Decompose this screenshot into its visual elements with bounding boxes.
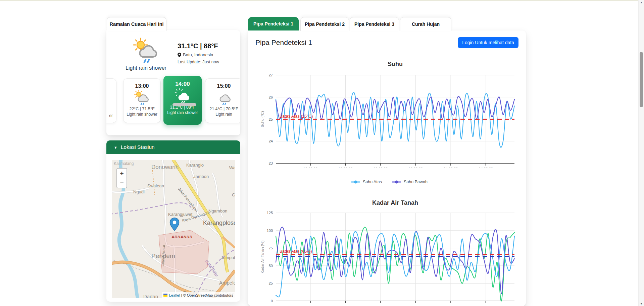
y-tick-label: 125	[267, 211, 273, 215]
x-tick-label: 13:00:00	[374, 167, 388, 168]
map-place-label: Watua	[229, 165, 235, 170]
y-tick-label: 50	[269, 264, 273, 268]
hour-time: 13:00	[123, 83, 160, 89]
scrollbar-thumb[interactable]	[640, 52, 643, 107]
station-panel-title: Lokasi Stasiun	[121, 144, 155, 150]
suhu-chart: 2324252627Batas Atas (25°C)12:00:0012:30…	[255, 56, 524, 168]
page-top-divider	[0, 0, 644, 1]
chevron-down-icon: ▼	[114, 145, 117, 149]
tab-curah-hujan[interactable]: Curah Hujan	[400, 17, 451, 31]
attribution-separator: | ©	[181, 293, 186, 297]
zoom-out-button[interactable]: −	[117, 178, 127, 188]
map-attribution: Leaflet | © OpenStreetMap contributors	[162, 292, 235, 298]
map-place-label: ARHANUD	[171, 235, 193, 239]
map-place-label: Swalean	[147, 183, 164, 188]
x-tick-label: 14:00:00	[444, 167, 458, 168]
hourly-forecast-carousel[interactable]: er 13:00	[106, 76, 240, 126]
map-place-label: Ger	[232, 192, 235, 197]
y-axis-title: Suhu (°C)	[260, 111, 264, 127]
location-pin-icon	[178, 53, 181, 57]
map-place-label: Jambon	[193, 174, 209, 179]
map-place-label: Donowarih	[151, 164, 179, 171]
map-marker[interactable]	[169, 218, 180, 231]
hour-card-partial[interactable]: er	[106, 78, 116, 123]
hour-condition: Light rain shower	[163, 110, 202, 115]
map-place-label: Karangploso	[203, 220, 235, 227]
station-panel: ▼ Lokasi Stasiun	[106, 140, 240, 302]
map-place-label: Kalimalang	[114, 161, 134, 166]
hour-temp: 22°C | 71.5°F	[123, 107, 160, 111]
map-place-label: Ampeldent	[219, 280, 235, 286]
scroll-up-arrow[interactable]: ▲	[639, 0, 644, 5]
legend-item[interactable]: Suhu Atas	[351, 180, 382, 184]
hour-card-15[interactable]: 15:00 21.4°C | 70.5°F Light rain	[205, 78, 240, 123]
map-place-label: Jumput	[221, 255, 235, 260]
ukraine-flag-icon	[163, 294, 167, 297]
kadar-air-chart: 0255075100125Batas Atas (66%)Kadar Air T…	[255, 195, 524, 306]
dashboard-page: Ramalan Cuaca Hari Ini	[0, 0, 644, 306]
tab-pipa-pendeteksi-2[interactable]: Pipa Pendeteksi 2	[300, 17, 349, 31]
rain-cloud-icon	[205, 90, 240, 106]
hour-condition: Light rain shower	[123, 112, 160, 117]
weather-card: Light rain shower 31.1°C | 88°F Batu, In…	[106, 30, 240, 135]
current-weather: Light rain shower 31.1°C | 88°F Batu, In…	[106, 34, 240, 76]
y-tick-label: 25	[269, 281, 273, 285]
chart-line	[276, 227, 514, 294]
login-button[interactable]: Login Untuk melihat data	[458, 37, 518, 48]
hour-card-13[interactable]: 13:00 22°C | 7	[123, 78, 161, 123]
y-tick-label: 0	[271, 299, 273, 303]
map-place-label: Karanglo	[186, 163, 204, 168]
map-place-label: Dadap	[143, 294, 158, 298]
carousel-scrollbar[interactable]	[172, 103, 196, 106]
map-place-label: Karangjuwet	[168, 212, 192, 217]
scroll-down-arrow[interactable]: ▼	[639, 301, 644, 306]
leaflet-map[interactable]: KalimalangDonowarihKarangloWatuaJambonSw…	[112, 160, 235, 298]
hour-time: 15:00	[205, 83, 240, 89]
current-location: Batu, Indonesia	[183, 52, 213, 57]
threshold-label: Batas Atas (66%)	[280, 249, 312, 254]
rain-shower-icon-white	[163, 88, 202, 104]
tab-ramalan-cuaca[interactable]: Ramalan Cuaca Hari Ini	[107, 17, 166, 31]
y-tick-label: 24	[269, 139, 273, 143]
tab-pipa-pendeteksi-3[interactable]: Pipa Pendeteksi 3	[350, 17, 399, 31]
osm-link[interactable]: OpenStreetMap contributors	[187, 293, 233, 297]
map-zoom-control: + −	[116, 168, 127, 188]
x-tick-label: 12:00:00	[303, 167, 318, 168]
hour-condition: Light rain	[205, 112, 240, 117]
y-tick-label: 100	[267, 229, 273, 233]
chart-line	[276, 92, 514, 147]
threshold-label: Batas Atas (25°C)	[280, 114, 313, 119]
legend-item[interactable]: Suhu Bawah	[392, 180, 428, 184]
x-tick-label: 12:30:00	[338, 167, 353, 168]
y-tick-label: 75	[269, 246, 273, 250]
legend-marker-icon	[392, 180, 401, 184]
current-temperature: 31.1°C | 88°F	[178, 42, 238, 50]
leaflet-link[interactable]: Leaflet	[169, 293, 180, 297]
current-condition: Light rain shower	[106, 65, 186, 71]
hour-card-partial-text: er	[109, 113, 113, 118]
y-axis-title: Kadar Air Tanah (%)	[260, 240, 264, 273]
y-tick-label: 27	[269, 73, 273, 77]
y-tick-label: 26	[269, 95, 273, 99]
hour-time: 14:00	[163, 81, 202, 87]
map-place-label: Ngambon	[208, 208, 227, 213]
tab-pipa-pendeteksi-1[interactable]: Pipa Pendeteksi 1	[248, 17, 299, 30]
panel-title: Pipa Pendeteksi 1	[255, 39, 312, 47]
rain-shower-icon	[123, 90, 160, 106]
station-panel-header[interactable]: ▼ Lokasi Stasiun	[106, 140, 240, 154]
x-tick-label: 14:30:00	[479, 167, 493, 168]
zoom-in-button[interactable]: +	[117, 169, 127, 178]
x-tick-label: 13:30:00	[408, 167, 423, 168]
legend-marker-icon	[351, 180, 360, 184]
map-place-label: Ngudi	[133, 189, 145, 194]
rain-shower-icon	[132, 38, 160, 63]
y-tick-label: 23	[269, 161, 273, 165]
last-update: Last Update: Just now	[178, 60, 240, 64]
hour-card-14-active[interactable]: 14:00 31.1°C | 88°F	[163, 76, 202, 125]
vertical-scrollbar[interactable]: ▲ ▼	[638, 0, 644, 306]
y-tick-label: 25	[269, 117, 273, 121]
hour-temp: 21.4°C | 70.5°F	[205, 107, 240, 111]
suhu-chart-legend: Suhu Atas Suhu Bawah	[255, 180, 524, 184]
